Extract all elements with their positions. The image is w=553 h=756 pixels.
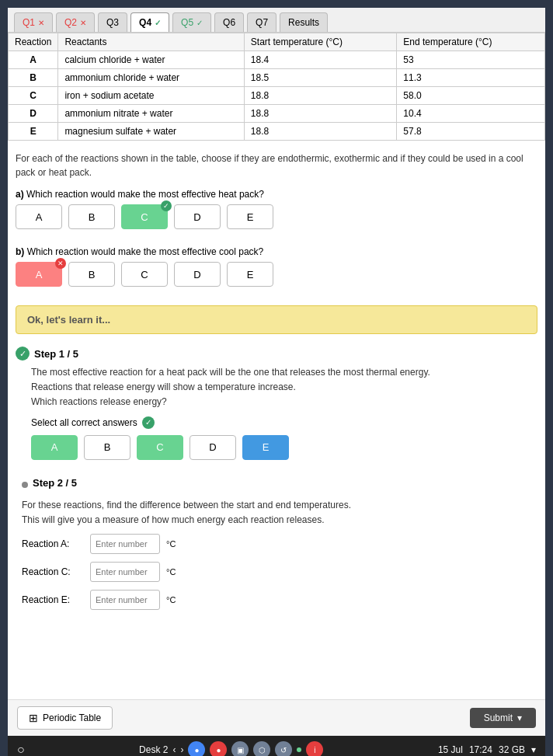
cell-reactants: ammonium nitrate + water [58,105,244,123]
cell-end-temp: 11.3 [397,69,545,87]
tab-bar: Q1 ✕ Q2 ✕ Q3 Q4 ✓ Q5 ✓ Q6 Q7 Results [8,8,545,33]
step1-line2: Reactions that release energy will show … [31,380,537,395]
qa-option-c[interactable]: C ✓ [121,204,168,229]
tab-q3[interactable]: Q3 [98,12,127,32]
qb-option-e[interactable]: E [227,262,273,287]
qb-option-a[interactable]: A ✕ [16,262,62,287]
tab-q1[interactable]: Q1 ✕ [14,12,53,32]
periodic-table-label: Periodic Table [43,712,101,723]
app-icon-2[interactable]: ▣ [231,741,249,756]
reaction-c-input[interactable] [90,562,160,582]
home-circle-icon[interactable]: ○ [17,743,25,756]
app-icon-3[interactable]: ⬡ [253,741,270,756]
step1-line1: The most effective reaction for a heat p… [31,365,537,380]
tab-results[interactable]: Results [280,12,328,32]
reaction-c-unit: °C [166,567,176,577]
select-all-check-icon: ✓ [142,416,155,429]
cell-end-temp: 53 [397,51,545,69]
cell-reaction: B [9,69,58,87]
qa-option-d[interactable]: D [174,204,221,229]
question-a-answers: A B C ✓ D E [16,204,537,229]
chrome-icon[interactable]: ● [188,741,205,756]
tab-q5-label: Q5 [181,17,193,28]
question-b-answers: A ✕ B C D E [16,262,537,287]
tab-q2-label: Q2 [64,17,77,28]
step1-line3: Which reactions release energy? [31,395,537,409]
qa-option-a[interactable]: A [16,204,62,229]
reaction-a-row: Reaction A: °C [22,534,537,554]
submit-button[interactable]: Submit ▾ [470,708,536,728]
desk-label: Desk 2 [139,744,168,755]
tab-q6-label: Q6 [223,17,235,28]
periodic-table-icon: ⊞ [29,712,38,724]
step2-header: Step 2 / 5 [22,477,537,493]
tab-q4-label: Q4 [139,17,151,28]
instructions-text: For each of the reactions shown in the t… [8,147,545,184]
cell-end-temp: 57.8 [397,123,545,141]
reaction-e-input[interactable] [90,590,160,610]
cell-end-temp: 10.4 [397,105,545,123]
reaction-a-input[interactable] [90,534,160,554]
nav-left-icon[interactable]: ‹ [172,744,176,755]
main-content: Reaction Reactants Start temperature (°C… [8,33,545,736]
cell-start-temp: 18.4 [244,51,396,69]
tab-q7[interactable]: Q7 [247,12,276,32]
taskbar: ○ Desk 2 ‹ › ● ● ▣ ⬡ ↺ i 15 Jul 17:24 32… [8,736,545,756]
qa-c-badge: ✓ [161,200,172,211]
s1-option-a[interactable]: A [31,435,78,460]
cell-reactants: iron + sodium acetate [58,87,244,105]
step2-title: Step 2 / 5 [33,477,77,489]
periodic-table-button[interactable]: ⊞ Periodic Table [17,706,113,730]
reaction-e-unit: °C [166,595,176,604]
tab-q2[interactable]: Q2 ✕ [56,12,95,32]
question-b-label: b) Which reaction would make the most ef… [16,246,537,257]
cell-reaction: E [9,123,58,141]
step2-body: For these reactions, find the difference… [22,498,537,528]
reaction-a-unit: °C [166,539,176,549]
s1-option-e[interactable]: E [242,435,289,460]
reaction-e-row: Reaction E: °C [22,590,537,610]
taskbar-center: Desk 2 ‹ › ● ● ▣ ⬡ ↺ i [139,741,323,756]
cell-start-temp: 18.8 [244,87,396,105]
qb-option-c[interactable]: C [121,262,168,287]
tab-q1-label: Q1 [23,17,35,28]
s1-option-b[interactable]: B [84,435,130,460]
info-icon[interactable]: i [306,741,323,756]
qb-option-b[interactable]: B [68,262,115,287]
qb-option-d[interactable]: D [174,262,221,287]
step1-header: ✓ Step 1 / 5 [31,347,537,361]
step1-body: The most effective reaction for a heat p… [31,365,537,410]
bottom-bar: ⊞ Periodic Table Submit ▾ [8,699,545,736]
tab-q5[interactable]: Q5 ✓ [172,12,211,32]
qa-option-b[interactable]: B [68,204,115,229]
submit-chevron-icon: ▾ [517,712,522,723]
qa-option-e[interactable]: E [227,204,273,229]
select-all-row: Select all correct answers ✓ [31,416,537,429]
tab-q6[interactable]: Q6 [214,12,244,32]
learn-box: Ok, let's learn it... [16,305,537,334]
step1-title: Step 1 / 5 [34,348,78,360]
cell-start-temp: 18.8 [244,105,396,123]
cell-start-temp: 18.8 [244,123,396,141]
cell-reactants: ammonium chloride + water [58,69,244,87]
cell-reaction: A [9,51,58,69]
tab-q4[interactable]: Q4 ✓ [130,12,169,32]
app-icon-1[interactable]: ● [210,741,227,756]
table-row: E magnesium sulfate + water 18.8 57.8 [9,123,545,141]
s1-option-c[interactable]: C [137,435,183,460]
nav-right-icon[interactable]: › [180,744,183,755]
date-label: 15 Jul [438,744,463,755]
step2-dot-icon [22,482,28,488]
tab-q5-status: ✓ [197,19,203,27]
table-row: D ammonium nitrate + water 18.8 10.4 [9,105,545,123]
cell-reaction: C [9,87,58,105]
s1-option-d[interactable]: D [190,435,236,460]
table-row: A calcium chloride + water 18.4 53 [9,51,545,69]
tab-q4-status: ✓ [155,19,161,27]
question-a-section: a) Which reaction would make the most ef… [8,184,545,242]
reaction-c-label: Reaction C: [22,566,84,577]
app-icon-4[interactable]: ↺ [275,741,292,756]
wifi-icon: ▾ [531,744,536,755]
qb-bold: b) [16,246,24,257]
col-end-temp: End temperature (°C) [397,33,545,51]
